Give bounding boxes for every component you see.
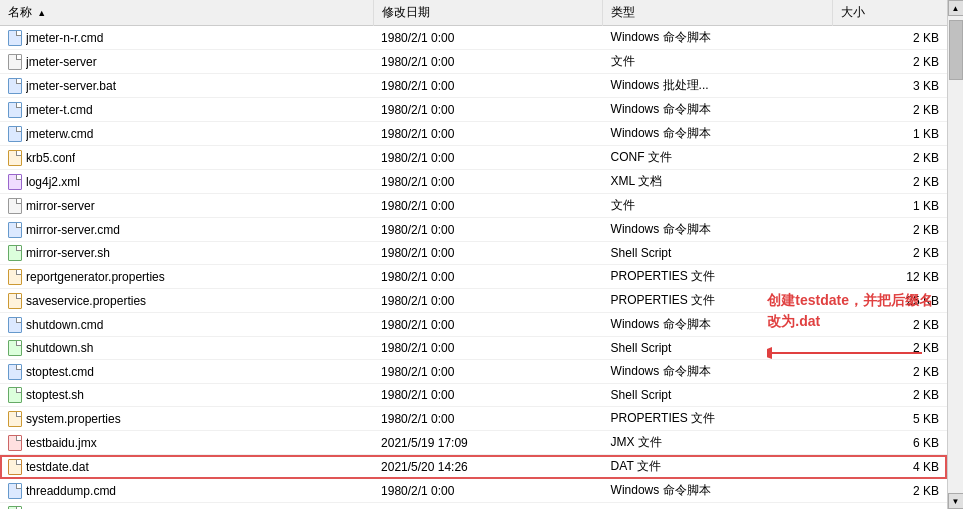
file-icon <box>8 102 22 118</box>
table-row[interactable]: stoptest.cmd1980/2/1 0:00Windows 命令脚本2 K… <box>0 360 947 384</box>
file-name-cell: jmeter-n-r.cmd <box>0 26 373 50</box>
file-name: system.properties <box>26 412 121 426</box>
scrollbar[interactable]: ▲ ▼ <box>947 0 963 509</box>
table-row[interactable]: jmeter-server1980/2/1 0:00文件2 KB <box>0 50 947 74</box>
file-date-cell: 1980/2/1 0:00 <box>373 242 603 265</box>
file-name: shutdown.sh <box>26 341 93 355</box>
table-row[interactable]: mirror-server.sh1980/2/1 0:00Shell Scrip… <box>0 242 947 265</box>
file-icon <box>8 150 22 166</box>
file-name: krb5.conf <box>26 151 75 165</box>
file-type-cell: Windows 命令脚本 <box>603 360 833 384</box>
file-name: stoptest.cmd <box>26 365 94 379</box>
file-size-cell: 2 KB <box>832 170 947 194</box>
file-type-cell: Shell Script <box>603 337 833 360</box>
table-row[interactable]: jmeter-server.bat1980/2/1 0:00Windows 批处… <box>0 74 947 98</box>
file-name-cell: threaddump.cmd <box>0 479 373 503</box>
file-icon <box>8 245 22 261</box>
table-row[interactable]: log4j2.xml1980/2/1 0:00XML 文档2 KB <box>0 170 947 194</box>
file-size-cell: 2 KB <box>832 479 947 503</box>
file-name: testbaidu.jmx <box>26 436 97 450</box>
file-icon <box>8 293 22 309</box>
file-type-cell: Windows 命令脚本 <box>603 122 833 146</box>
file-name-cell: system.properties <box>0 407 373 431</box>
col-header-size[interactable]: 大小 <box>832 0 947 26</box>
file-size-cell: 2 KB <box>832 146 947 170</box>
file-icon <box>8 222 22 238</box>
file-type-cell: PROPERTIES 文件 <box>603 289 833 313</box>
col-header-type[interactable]: 类型 <box>603 0 833 26</box>
table-row[interactable]: testbaidu.jmx2021/5/19 17:09JMX 文件6 KB <box>0 431 947 455</box>
file-name: log4j2.xml <box>26 175 80 189</box>
table-row[interactable]: mirror-server1980/2/1 0:00文件1 KB <box>0 194 947 218</box>
file-table: 名称 ▲ 修改日期 类型 大小 <box>0 0 947 509</box>
col-header-date[interactable]: 修改日期 <box>373 0 603 26</box>
file-name-cell: mirror-server.sh <box>0 242 373 265</box>
file-type-cell: CONF 文件 <box>603 146 833 170</box>
file-size-cell: 2 KB <box>832 503 947 510</box>
table-row[interactable]: mirror-server.cmd1980/2/1 0:00Windows 命令… <box>0 218 947 242</box>
file-size-cell: 1 KB <box>832 194 947 218</box>
table-row[interactable]: reportgenerator.properties1980/2/1 0:00P… <box>0 265 947 289</box>
file-icon <box>8 126 22 142</box>
file-icon <box>8 483 22 499</box>
file-type-cell: Windows 命令脚本 <box>603 98 833 122</box>
col-header-name[interactable]: 名称 ▲ <box>0 0 373 26</box>
table-row[interactable]: jmeterw.cmd1980/2/1 0:00Windows 命令脚本1 KB <box>0 122 947 146</box>
scroll-thumb[interactable] <box>949 20 963 80</box>
file-date-cell: 1980/2/1 0:00 <box>373 170 603 194</box>
file-list-container[interactable]: 名称 ▲ 修改日期 类型 大小 <box>0 0 947 509</box>
file-date-cell: 1980/2/1 0:00 <box>373 146 603 170</box>
file-name: reportgenerator.properties <box>26 270 165 284</box>
file-name-cell: jmeter-server <box>0 50 373 74</box>
file-name: jmeterw.cmd <box>26 127 93 141</box>
file-date-cell: 1980/2/1 0:00 <box>373 289 603 313</box>
table-row[interactable]: jmeter-t.cmd1980/2/1 0:00Windows 命令脚本2 K… <box>0 98 947 122</box>
file-date-cell: 1980/2/1 0:00 <box>373 407 603 431</box>
file-size-cell: 12 KB <box>832 265 947 289</box>
file-date-cell: 2021/5/20 14:26 <box>373 455 603 479</box>
file-type-cell: 文件 <box>603 194 833 218</box>
file-name: jmeter-server.bat <box>26 79 116 93</box>
file-type-cell: Shell Script <box>603 242 833 265</box>
file-date-cell: 1980/2/1 0:00 <box>373 384 603 407</box>
file-type-cell: Shell Script <box>603 503 833 510</box>
table-row[interactable]: shutdown.cmd1980/2/1 0:00Windows 命令脚本2 K… <box>0 313 947 337</box>
table-row[interactable]: system.properties1980/2/1 0:00PROPERTIES… <box>0 407 947 431</box>
file-icon <box>8 269 22 285</box>
file-name: stoptest.sh <box>26 388 84 402</box>
table-row[interactable]: saveservice.properties1980/2/1 0:00PROPE… <box>0 289 947 313</box>
file-date-cell: 1980/2/1 0:00 <box>373 265 603 289</box>
table-row[interactable]: krb5.conf1980/2/1 0:00CONF 文件2 KB <box>0 146 947 170</box>
file-date-cell: 1980/2/1 0:00 <box>373 50 603 74</box>
file-name: saveservice.properties <box>26 294 146 308</box>
file-date-cell: 2021/5/19 17:09 <box>373 431 603 455</box>
file-type-cell: Windows 批处理... <box>603 74 833 98</box>
scroll-down-button[interactable]: ▼ <box>948 493 964 509</box>
scroll-up-button[interactable]: ▲ <box>948 0 964 16</box>
file-type-cell: PROPERTIES 文件 <box>603 407 833 431</box>
file-type-cell: JMX 文件 <box>603 431 833 455</box>
file-name: mirror-server <box>26 199 95 213</box>
file-size-cell: 2 KB <box>832 98 947 122</box>
file-size-cell: 25 KB <box>832 289 947 313</box>
file-date-cell: 1980/2/1 0:00 <box>373 26 603 50</box>
file-date-cell: 1980/2/1 0:00 <box>373 360 603 384</box>
table-row[interactable]: testdate.dat2021/5/20 14:26DAT 文件4 KB <box>0 455 947 479</box>
table-row[interactable]: stoptest.sh1980/2/1 0:00Shell Script2 KB <box>0 384 947 407</box>
file-icon <box>8 78 22 94</box>
file-type-cell: Windows 命令脚本 <box>603 313 833 337</box>
file-name: threaddump.cmd <box>26 484 116 498</box>
file-date-cell: 1980/2/1 0:00 <box>373 194 603 218</box>
table-row[interactable]: shutdown.sh1980/2/1 0:00Shell Script2 KB <box>0 337 947 360</box>
file-icon <box>8 30 22 46</box>
table-row[interactable]: jmeter-n-r.cmd1980/2/1 0:00Windows 命令脚本2… <box>0 26 947 50</box>
file-date-cell: 1980/2/1 0:00 <box>373 337 603 360</box>
table-row[interactable]: threaddump.cmd1980/2/1 0:00Windows 命令脚本2… <box>0 479 947 503</box>
file-size-cell: 2 KB <box>832 313 947 337</box>
file-size-cell: 1 KB <box>832 122 947 146</box>
file-size-cell: 2 KB <box>832 360 947 384</box>
table-row[interactable]: threaddump.sh1980/2/1 0:00Shell Script2 … <box>0 503 947 510</box>
file-name-cell: mirror-server <box>0 194 373 218</box>
file-name-cell: log4j2.xml <box>0 170 373 194</box>
file-name-cell: reportgenerator.properties <box>0 265 373 289</box>
